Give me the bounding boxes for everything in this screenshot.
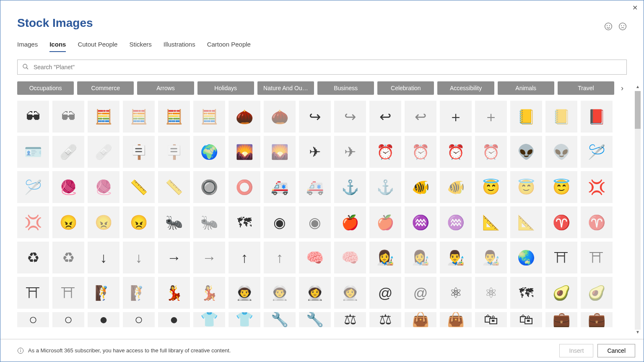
icon-angel-face-solid[interactable]: 😇 — [475, 171, 507, 203]
icon-dancer-solid[interactable]: 💃 — [158, 277, 190, 309]
icon-arrow-curve-right-outline[interactable]: ↪ — [334, 101, 366, 133]
icon-arrow-right-solid[interactable]: → — [158, 242, 190, 273]
icon-artist-outline[interactable]: 👩‍🎨 — [405, 242, 436, 273]
icon-astronaut-outline[interactable]: 👨‍🚀 — [264, 277, 296, 309]
category-chip-animals[interactable]: Animals — [498, 81, 554, 95]
icon-anemone-solid[interactable]: 🐠 — [405, 171, 436, 203]
icon-partial-11[interactable]: ⚖ — [369, 312, 401, 327]
icon-partial-5[interactable]: ● — [158, 312, 190, 327]
icon-partial-13[interactable]: 👜 — [440, 312, 472, 327]
icon-aperture-outline[interactable]: ◉ — [299, 206, 331, 238]
icon-climber-outline[interactable]: 🧗 — [123, 277, 155, 309]
icon-ai-head-solid[interactable]: 🧠 — [299, 242, 331, 273]
icon-anchor-outline[interactable]: ⚓ — [369, 171, 401, 203]
icon-ambulance-solid[interactable]: 🚑 — [264, 171, 296, 203]
icon-button-solid[interactable]: 🔘 — [193, 171, 225, 203]
icon-agriculture-solid[interactable]: 🌄 — [229, 136, 260, 168]
icon-torii-outline[interactable]: ⛩ — [52, 277, 84, 309]
icon-partial-2[interactable]: ○ — [52, 312, 84, 327]
icon-angry-face-outline[interactable]: 😠 — [88, 206, 119, 238]
icon-australia-solid[interactable]: 🗺 — [510, 277, 542, 309]
scroll-up-icon[interactable]: ▲ — [636, 84, 640, 91]
icon-partial-12[interactable]: 👜 — [405, 312, 436, 327]
icon-partial-7[interactable]: 👕 — [229, 312, 260, 327]
search-input[interactable] — [17, 60, 627, 75]
icon-alarm-clock-outline[interactable]: ⏰ — [405, 136, 436, 168]
category-chip-business[interactable]: Business — [317, 81, 374, 95]
icon-asian-temple-solid[interactable]: ⛩ — [545, 242, 577, 273]
icon-arrow-curve-left-outline[interactable]: ↩ — [405, 101, 436, 133]
icon-aquarius-solid[interactable]: ♒ — [405, 206, 436, 238]
tab-stickers[interactable]: Stickers — [129, 41, 151, 52]
icon-partial-14[interactable]: 🛍 — [475, 312, 507, 327]
icon-aperture-solid[interactable]: ◉ — [264, 206, 296, 238]
icon-abacus-alt-outline[interactable]: 🧮 — [193, 101, 225, 133]
cancel-button[interactable]: Cancel — [597, 344, 635, 357]
category-chip-nature-and-ou-[interactable]: Nature And Ou… — [257, 81, 314, 95]
icon-3d-glasses-solid[interactable]: 🕶 — [17, 101, 49, 133]
icon-arrow-up-solid[interactable]: ↑ — [229, 242, 260, 273]
icon-ant-solid[interactable]: 🐜 — [158, 206, 190, 238]
icon-add-solid[interactable]: ＋ — [440, 101, 472, 133]
category-chip-accessibility[interactable]: Accessibility — [437, 81, 494, 95]
icon-africa-solid[interactable]: 🌍 — [193, 136, 225, 168]
icon-alarm-clock-alt-outline[interactable]: ⏰ — [475, 136, 507, 168]
icon-alarm-clock-solid[interactable]: ⏰ — [369, 136, 401, 168]
icon-artist-alt-solid[interactable]: 👨‍🎨 — [440, 242, 472, 273]
category-chip-arrows[interactable]: Arrows — [137, 81, 194, 95]
icon-needle-outline[interactable]: 🪡 — [17, 171, 49, 203]
icon-partial-9[interactable]: 🔧 — [299, 312, 331, 327]
scrollbar[interactable]: ▲ ▼ — [634, 84, 641, 336]
icon-partial-17[interactable]: 💼 — [581, 312, 613, 327]
icon-bandage-outline[interactable]: 🩹 — [88, 136, 119, 168]
feedback-frown-icon[interactable] — [618, 22, 627, 31]
close-button[interactable]: ✕ — [632, 4, 638, 12]
icon-arrow-down-outline[interactable]: ↓ — [123, 242, 155, 273]
scroll-down-icon[interactable]: ▼ — [636, 330, 640, 336]
tab-icons[interactable]: Icons — [49, 41, 66, 52]
icon-partial-15[interactable]: 🛍 — [510, 312, 542, 327]
icon-alien-outline[interactable]: 👽 — [545, 136, 577, 168]
icon-3d-glasses-outline[interactable]: 🕶 — [52, 101, 84, 133]
icon-needle-solid[interactable]: 🪡 — [581, 136, 613, 168]
category-chip-commerce[interactable]: Commerce — [77, 81, 134, 95]
icon-partial-8[interactable]: 🔧 — [264, 312, 296, 327]
icon-asian-temple-outline[interactable]: ⛩ — [581, 242, 613, 273]
scroll-thumb[interactable] — [635, 91, 641, 129]
icon-add-outline[interactable]: ＋ — [475, 101, 507, 133]
icon-alarm-clock-alt-solid[interactable]: ⏰ — [440, 136, 472, 168]
icon-address-book-solid[interactable]: 📒 — [510, 101, 542, 133]
icon-angel-face-alt[interactable]: 😇 — [545, 171, 577, 203]
category-chip-occupations[interactable]: Occupations — [17, 81, 74, 95]
icon-airplane-solid[interactable]: ✈ — [299, 136, 331, 168]
icon-anemone-outline[interactable]: 🐠 — [440, 171, 472, 203]
icon-arrow-curve-left-solid[interactable]: ↩ — [369, 101, 401, 133]
icon-address-book-outline[interactable]: 📒 — [545, 101, 577, 133]
tab-illustrations[interactable]: Illustrations — [164, 41, 195, 52]
icon-atom-outline[interactable]: ⚛ — [475, 277, 507, 309]
icon-avocado-solid[interactable]: 🥑 — [545, 277, 577, 309]
icon-apple-solid[interactable]: 🍎 — [334, 206, 366, 238]
icon-acorn-solid[interactable]: 🌰 — [229, 101, 260, 133]
tab-images[interactable]: Images — [17, 41, 38, 52]
icon-agriculture-outline[interactable]: 🌄 — [264, 136, 296, 168]
icon-ai-head-outline[interactable]: 🧠 — [334, 242, 366, 273]
icon-anger-symbol-outline[interactable]: 💢 — [17, 206, 49, 238]
icon-ambulance-outline[interactable]: 🚑 — [299, 171, 331, 203]
icon-yarn-outline[interactable]: 🧶 — [88, 171, 119, 203]
icon-anchor-solid[interactable]: ⚓ — [334, 171, 366, 203]
icon-aquarius-outline[interactable]: ♒ — [440, 206, 472, 238]
icon-architecture-solid[interactable]: 📐 — [475, 206, 507, 238]
icon-at-sign-outline[interactable]: @ — [405, 277, 436, 309]
icon-abacus-outline[interactable]: 🧮 — [123, 101, 155, 133]
icon-address-card-outline[interactable]: 🪪 — [17, 136, 49, 168]
icon-partial-3[interactable]: ● — [88, 312, 119, 327]
icon-acorn-outline[interactable]: 🌰 — [264, 101, 296, 133]
icon-partial-1[interactable]: ○ — [17, 312, 49, 327]
icon-astronaut-alt-outline[interactable]: 👩‍🚀 — [334, 277, 366, 309]
icon-tape-measure-solid[interactable]: 📏 — [123, 171, 155, 203]
icon-climber-solid[interactable]: 🧗 — [88, 277, 119, 309]
icon-angel-face-outline[interactable]: 😇 — [510, 171, 542, 203]
icon-astronaut-alt-solid[interactable]: 👩‍🚀 — [299, 277, 331, 309]
icon-yarn-solid[interactable]: 🧶 — [52, 171, 84, 203]
